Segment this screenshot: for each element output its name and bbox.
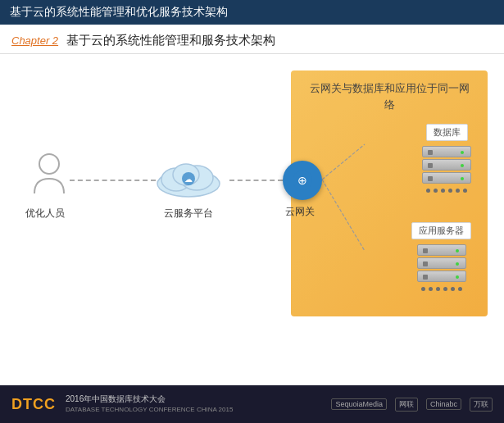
chapter-bar: Chapter 2 基于云的系统性能管理和服务技术架构: [0, 25, 504, 54]
footer-conference: 2016年中国数据库技术大会 DATABASE TECHNOLOGY CONFE…: [66, 393, 233, 414]
dot: [429, 287, 433, 291]
cloud-gateway-label: 云网关: [275, 205, 325, 219]
app-stack: 应用服务器: [411, 222, 471, 294]
sponsor-1: SequoiaMedia: [331, 398, 387, 410]
conference-line1: 2016年中国数据库技术大会: [66, 393, 233, 405]
footer-logo: DTCC: [11, 396, 56, 413]
dot: [443, 287, 447, 291]
server-unit: [417, 244, 466, 256]
orange-box-label: 云网关与数据库和应用位于同一网络: [291, 70, 488, 112]
app-label: 应用服务器: [411, 222, 471, 239]
server-unit: [422, 172, 471, 184]
footer-logo-text: D: [11, 396, 23, 412]
sponsor-4: 万联: [470, 398, 493, 412]
svg-text:⊕: ⊕: [297, 174, 307, 187]
footer: DTCC 2016年中国数据库技术大会 DATABASE TECHNOLOGY …: [0, 385, 504, 423]
footer-logo-area: DTCC: [11, 396, 56, 413]
chapter-title: 基于云的系统性能管理和服务技术架构: [66, 33, 275, 48]
footer-sponsors: SequoiaMedia 网联 Chinabc 万联: [331, 398, 493, 412]
diagram-area: 云网关与数据库和应用位于同一网络 数据库 应用服务器: [0, 54, 504, 366]
dot: [436, 287, 440, 291]
gateway-svg: ⊕: [291, 169, 314, 192]
dashed-line-1: [70, 180, 156, 181]
cloud-platform-icon: ☁: [152, 152, 225, 202]
person-icon: [29, 152, 70, 202]
server-unit: [417, 257, 466, 269]
sponsor-3: Chinabc: [426, 398, 461, 410]
header-title: 基于云的系统性能管理和优化服务技术架构: [10, 5, 228, 20]
server-unit: [422, 159, 471, 171]
sponsor-2: 网联: [395, 398, 418, 412]
dot: [456, 189, 460, 193]
cloud-platform-label: 云服务平台: [148, 207, 229, 221]
dot: [441, 189, 445, 193]
stack-dots: [426, 185, 467, 196]
dashed-line-2: [229, 180, 283, 181]
dot: [448, 189, 452, 193]
server-unit: [422, 146, 471, 157]
dot: [434, 189, 438, 193]
db-stack: 数据库: [422, 124, 471, 196]
dot: [458, 287, 462, 291]
dot: [463, 189, 467, 193]
svg-text:☁: ☁: [184, 175, 193, 184]
stack-dots: [421, 284, 462, 294]
db-label: 数据库: [426, 124, 468, 141]
conference-line2: DATABASE TECHNOLOGY CONFERENCE CHINA 201…: [66, 405, 233, 414]
chapter-label: Chapter 2: [11, 34, 58, 47]
svg-point-0: [39, 154, 59, 174]
cloud-gateway-icon: ⊕: [283, 161, 322, 200]
server-unit: [417, 271, 466, 282]
dot: [421, 287, 425, 291]
orange-box: 云网关与数据库和应用位于同一网络 数据库 应用服务器: [291, 70, 488, 316]
cloud-svg: ☁: [152, 155, 225, 200]
page-header: 基于云的系统性能管理和优化服务技术架构: [0, 0, 504, 25]
dot: [451, 287, 455, 291]
person-label: 优化人员: [16, 207, 74, 221]
dot: [426, 189, 430, 193]
person-svg: [31, 152, 67, 198]
